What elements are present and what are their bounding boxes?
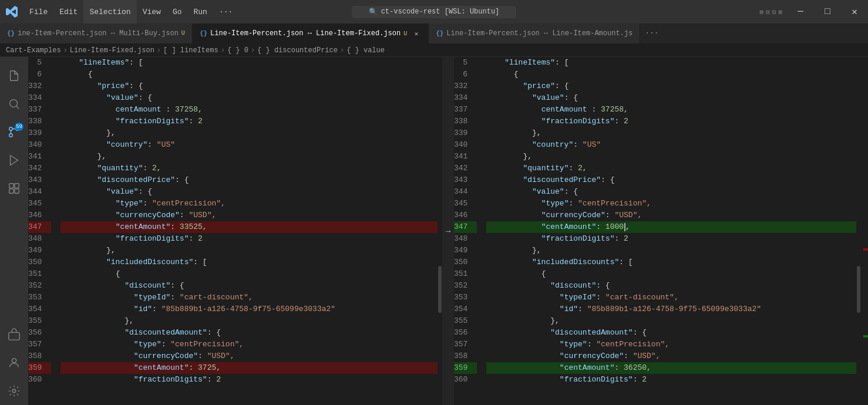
code-line: centAmount : 37258, bbox=[486, 104, 856, 116]
svg-point-2 bbox=[9, 127, 13, 131]
line-number: 343 bbox=[28, 174, 51, 186]
line-number: 347 bbox=[28, 221, 51, 233]
search-icon: 🔍 bbox=[369, 8, 378, 16]
svg-point-1 bbox=[9, 134, 13, 137]
tab-2-close[interactable]: ✕ bbox=[412, 29, 421, 38]
menu-view[interactable]: View bbox=[137, 0, 167, 23]
line-number: 339 bbox=[28, 127, 51, 139]
tab-bar: {} ine-Item-Percent.json ↔ Multi-Buy.jso… bbox=[0, 23, 868, 44]
menu-run[interactable]: Run bbox=[187, 0, 213, 23]
left-scrollbar[interactable] bbox=[438, 57, 442, 405]
line-number: 345 bbox=[454, 198, 477, 210]
window-title: ct-vscode-rest [WSL: Ubuntu] bbox=[381, 8, 500, 16]
minimize-button[interactable]: ─ bbox=[787, 0, 814, 23]
code-line: { bbox=[486, 268, 856, 280]
layout-icon-3[interactable]: ⊡ bbox=[772, 8, 776, 16]
breadcrumb: Cart-Examples › Line-Item-Fixed.json › [… bbox=[0, 44, 868, 57]
code-line: "type": "centPrecision", bbox=[486, 339, 856, 350]
tab-icon-1: {} bbox=[7, 30, 15, 37]
title-bar: File Edit Selection View Go Run ··· 🔍 ct… bbox=[0, 0, 868, 23]
tab-1[interactable]: {} ine-Item-Percent.json ↔ Multi-Buy.jso… bbox=[0, 23, 193, 43]
code-line: centAmount : 37258, bbox=[60, 104, 438, 116]
close-button[interactable]: ✕ bbox=[841, 0, 868, 23]
line-number: 337 bbox=[28, 104, 51, 116]
breadcrumb-cart-examples[interactable]: Cart-Examples bbox=[6, 46, 61, 55]
tab-overflow-button[interactable]: ··· bbox=[640, 23, 663, 43]
line-number: 345 bbox=[28, 198, 51, 210]
activity-debug[interactable] bbox=[0, 146, 28, 174]
line-number: 357 bbox=[454, 339, 477, 350]
code-line: "lineItems": [ bbox=[486, 57, 856, 69]
code-line: "value": { bbox=[60, 92, 438, 104]
tab-2[interactable]: {} Line-Item-Percent.json ↔ Line-Item-Fi… bbox=[193, 23, 429, 43]
activity-explorer[interactable] bbox=[0, 62, 28, 90]
right-code-lines[interactable]: "lineItems": [ { "price": { "value": { c… bbox=[486, 57, 856, 405]
layout-icon-2[interactable]: ⊟ bbox=[766, 8, 770, 16]
activity-extensions[interactable] bbox=[0, 174, 28, 203]
line-number: 6 bbox=[28, 69, 51, 80]
svg-rect-9 bbox=[9, 332, 19, 340]
code-line: "quantity": 2, bbox=[60, 163, 438, 174]
line-number: 347 bbox=[454, 221, 477, 233]
breadcrumb-0[interactable]: { } 0 bbox=[227, 46, 248, 55]
code-line: "typeId": "cart-discount", bbox=[60, 292, 438, 303]
line-number: 346 bbox=[28, 210, 51, 221]
line-number: 352 bbox=[28, 280, 51, 292]
line-number: 350 bbox=[454, 256, 477, 268]
left-editor-pane: 5633233433733833934034134234334434534634… bbox=[28, 57, 442, 405]
tab-3[interactable]: {} Line-Item-Percent.json ↔ Line-Item-Am… bbox=[429, 23, 640, 43]
line-number: 332 bbox=[454, 80, 477, 92]
code-line: "country": "US" bbox=[60, 139, 438, 151]
main-area: 59 bbox=[0, 57, 868, 405]
title-search[interactable]: 🔍 ct-vscode-rest [WSL: Ubuntu] bbox=[352, 6, 516, 18]
line-number: 340 bbox=[28, 139, 51, 151]
menu-selection[interactable]: Selection bbox=[83, 0, 136, 23]
tab-icon-3: {} bbox=[436, 30, 443, 37]
line-number: 358 bbox=[28, 350, 51, 362]
breadcrumb-value[interactable]: { } value bbox=[346, 46, 385, 55]
svg-point-0 bbox=[10, 100, 18, 107]
code-line: }, bbox=[486, 315, 856, 327]
line-number: 351 bbox=[28, 268, 51, 280]
line-number: 349 bbox=[28, 245, 51, 256]
tab-icon-2: {} bbox=[200, 30, 207, 37]
activity-account[interactable] bbox=[0, 349, 28, 377]
line-number: 358 bbox=[454, 350, 477, 362]
code-line: "currencyCode": "USD", bbox=[60, 350, 438, 362]
line-number: 354 bbox=[28, 303, 51, 315]
right-line-numbers: 5633233433733833934034134234334434534634… bbox=[454, 57, 486, 405]
layout-icon-4[interactable]: ⊞ bbox=[778, 8, 782, 16]
layout-icon-1[interactable]: ⊞ bbox=[760, 8, 764, 16]
line-number: 355 bbox=[28, 315, 51, 327]
code-line: "quantity": 2, bbox=[486, 163, 856, 174]
code-line: "discount": { bbox=[60, 280, 438, 292]
left-code-content: 5633233433733833934034134234334434534634… bbox=[28, 57, 442, 405]
activity-remote[interactable] bbox=[0, 320, 28, 349]
right-scrollbar[interactable] bbox=[856, 57, 861, 405]
line-number: 353 bbox=[28, 292, 51, 303]
code-line: "currencyCode": "USD", bbox=[60, 210, 438, 221]
activity-source-control[interactable]: 59 bbox=[0, 118, 28, 146]
line-number: 359 bbox=[28, 362, 51, 374]
code-line: "price": { bbox=[486, 80, 856, 92]
line-number: 360 bbox=[28, 374, 51, 386]
code-line: "discountedAmount": { bbox=[486, 327, 856, 339]
right-minimap bbox=[861, 57, 868, 405]
line-number: 357 bbox=[28, 339, 51, 350]
menu-more[interactable]: ··· bbox=[213, 0, 238, 23]
breadcrumb-discountedprice[interactable]: { } discountedPrice bbox=[257, 46, 338, 55]
code-line: "discount": { bbox=[486, 280, 856, 292]
line-number: 334 bbox=[28, 92, 51, 104]
activity-search[interactable] bbox=[0, 90, 28, 118]
breadcrumb-file[interactable]: Line-Item-Fixed.json bbox=[70, 46, 154, 55]
maximize-button[interactable]: □ bbox=[814, 0, 841, 23]
breadcrumb-lineitems[interactable]: [ ] lineItems bbox=[163, 46, 218, 55]
menu-file[interactable]: File bbox=[23, 0, 53, 23]
tab-2-dirty: U bbox=[403, 31, 407, 37]
left-code-lines[interactable]: "lineItems": [ { "price": { "value": { c… bbox=[60, 57, 438, 405]
activity-settings[interactable] bbox=[0, 377, 28, 405]
code-line: "centAmount": 33525, bbox=[60, 221, 438, 233]
menu-go[interactable]: Go bbox=[167, 0, 188, 23]
menu-edit[interactable]: Edit bbox=[53, 0, 83, 23]
svg-point-10 bbox=[12, 359, 16, 363]
